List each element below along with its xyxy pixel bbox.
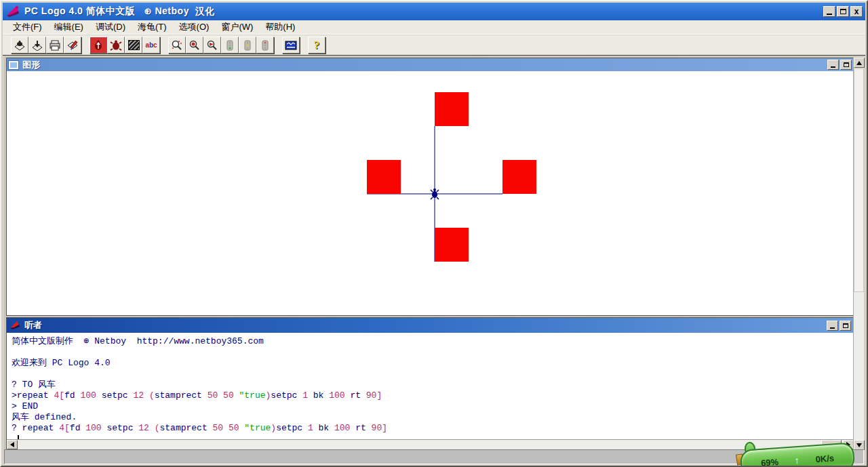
statusbar — [4, 449, 864, 464]
menu-edit[interactable]: 编辑(E) — [48, 20, 90, 35]
font-button[interactable]: abc — [142, 37, 160, 54]
listener-maximize-button[interactable] — [840, 321, 851, 331]
toolbar: abc — [3, 35, 865, 56]
listener-line: 简体中文版制作 ⊕ Netboy http://www.netboy365.co… — [12, 336, 854, 347]
listener-window-title: 听者 — [24, 319, 42, 331]
menu-options[interactable]: 选项(O) — [173, 20, 216, 35]
pclogo-turtle-icon — [5, 5, 20, 18]
minimize-button[interactable] — [823, 6, 835, 17]
maximize-button[interactable] — [837, 6, 849, 17]
minimize-icon — [831, 66, 835, 68]
listener-line — [12, 369, 854, 380]
listener-titlebar[interactable]: 听者 — [7, 318, 854, 333]
menu-debug[interactable]: 调试(D) — [90, 20, 132, 35]
pclogo-main-window: PC Logo 4.0 简体中文版 ⊕ Netboy 汉化 x 文件(F) 编辑… — [0, 0, 868, 467]
maximize-icon — [843, 323, 848, 328]
save-turtle-button[interactable] — [28, 37, 46, 54]
mdi-client-area: 图形 听者 — [4, 56, 864, 449]
menu-file[interactable]: 文件(F) — [7, 20, 48, 35]
zoom-in-button[interactable] — [186, 37, 203, 54]
status-screen-icon — [285, 40, 297, 51]
font-abc-icon: abc — [145, 42, 157, 49]
listener-line: ? TO 风车 — [12, 380, 854, 390]
magnifier-zoom-out-icon — [206, 40, 218, 51]
turtle-dark-icon — [110, 40, 122, 51]
trafficlight-stop-button[interactable] — [256, 37, 274, 54]
help-question-icon: ? — [314, 39, 320, 52]
net-percent: 69% — [761, 456, 779, 467]
window-title: PC Logo 4.0 简体中文版 ⊕ Netboy 汉化 — [24, 5, 215, 18]
turtle-canvas[interactable] — [7, 71, 854, 315]
listener-line: 欢迎来到 PC Logo 4.0 — [12, 358, 854, 369]
edit-button[interactable] — [64, 37, 81, 54]
listener-line: >repeat 4[fd 100 setpc 12 (stamprect 50 … — [12, 390, 854, 401]
vertical-scrollbar[interactable] — [853, 58, 864, 450]
scroll-up-button[interactable] — [854, 58, 865, 68]
upload-arrow-icon: ↑ — [794, 455, 800, 466]
graphics-titlebar[interactable]: 图形 — [7, 58, 854, 71]
maximize-icon — [840, 9, 846, 14]
graphics-maximize-button[interactable] — [840, 60, 852, 70]
load-turtle-button[interactable] — [11, 37, 28, 54]
close-icon: x — [854, 7, 859, 16]
traffic-light-red-icon — [259, 40, 271, 51]
graphics-window-title: 图形 — [22, 59, 40, 71]
listener-turtle-icon — [9, 321, 20, 330]
net-speed: 0K/s — [815, 453, 834, 464]
arrow-down-icon — [856, 443, 862, 447]
trafficlight-pause-button[interactable] — [239, 37, 256, 54]
help-button[interactable]: ? — [308, 37, 326, 54]
status-window-button[interactable] — [282, 37, 300, 54]
maximize-icon — [844, 62, 849, 67]
horizontal-scroll-track[interactable] — [18, 440, 843, 449]
listener-horizontal-scrollbar[interactable] — [7, 439, 854, 449]
graphics-window-icon — [9, 61, 18, 69]
zoom-normal-button[interactable] — [168, 37, 186, 54]
vertical-scroll-thumb[interactable] — [854, 68, 864, 292]
traffic-light-yellow-icon — [241, 40, 254, 51]
listener-minimize-button[interactable] — [827, 321, 838, 331]
notepad-pencil-icon — [66, 40, 79, 51]
trafficlight-go-button[interactable] — [221, 37, 239, 54]
minimize-icon — [827, 14, 832, 15]
graphics-minimize-button[interactable] — [827, 60, 839, 70]
arrow-up-icon — [856, 61, 862, 65]
print-button[interactable] — [46, 37, 64, 54]
scroll-left-button[interactable] — [7, 440, 18, 449]
printer-icon — [49, 40, 61, 51]
windmill-drawing — [7, 71, 854, 315]
listener-line: ? repeat 4[fd 100 setpc 12 (stamprect 50… — [12, 423, 854, 434]
listener-line — [12, 347, 854, 358]
load-page-icon — [14, 40, 26, 51]
graphics-window: 图形 — [6, 58, 854, 316]
arrow-left-icon — [10, 442, 14, 447]
listener-output[interactable]: 简体中文版制作 ⊕ Netboy http://www.netboy365.co… — [7, 333, 854, 439]
listener-line: > END — [12, 401, 854, 412]
minimize-icon — [830, 327, 835, 329]
menu-help[interactable]: 帮助(H) — [259, 20, 301, 35]
menubar: 文件(F) 编辑(E) 调试(D) 海龟(T) 选项(O) 窗户(W) 帮助(H… — [3, 20, 865, 35]
menu-window[interactable]: 窗户(W) — [215, 20, 259, 35]
traffic-light-green-icon — [224, 40, 236, 51]
menu-turtle[interactable]: 海龟(T) — [132, 20, 173, 35]
scroll-down-button[interactable] — [854, 440, 865, 450]
close-button[interactable]: x — [850, 6, 863, 17]
magnifier-dots-icon — [171, 40, 183, 51]
zoom-out-button[interactable] — [203, 37, 221, 54]
turtle-up-icon — [92, 40, 104, 51]
hatch-pattern-icon — [128, 40, 140, 50]
magnifier-zoom-in-icon — [189, 40, 201, 51]
hide-turtle-button[interactable] — [107, 37, 125, 54]
titlebar: PC Logo 4.0 简体中文版 ⊕ Netboy 汉化 x — [3, 3, 865, 20]
listener-window: 听者 简体中文版制作 ⊕ Netboy http://www.netboy365… — [6, 317, 854, 450]
pen-pattern-button[interactable] — [125, 37, 142, 54]
listener-line: 风车 defined. — [12, 412, 854, 423]
save-page-icon — [31, 40, 43, 51]
show-turtle-button[interactable] — [90, 37, 107, 54]
